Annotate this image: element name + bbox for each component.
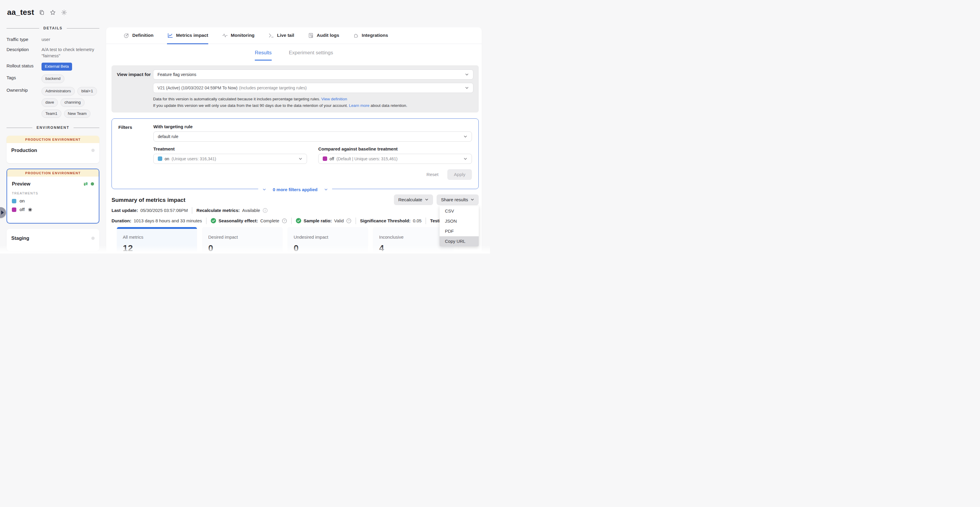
rollout-status-badge: External Beta bbox=[41, 63, 72, 71]
tab-definition[interactable]: Definition bbox=[123, 27, 153, 44]
chevron-down-icon bbox=[463, 134, 468, 139]
tab-integrations[interactable]: Integrations bbox=[353, 27, 388, 44]
subtab-experiment-settings[interactable]: Experiment settings bbox=[289, 50, 333, 61]
share-menu-item-pdf[interactable]: PDF bbox=[439, 226, 479, 236]
treatment-off-swatch bbox=[12, 207, 16, 212]
ownership-pill[interactable]: channing bbox=[60, 98, 84, 107]
sidebar-collapse-handle[interactable] bbox=[0, 207, 6, 218]
view-definition-link[interactable]: View definition bbox=[321, 97, 347, 101]
activity-icon bbox=[222, 32, 228, 38]
treatment-dropdown[interactable]: on (Unique users: 316,341) bbox=[153, 154, 307, 164]
production-environment-banner: PRODUCTION ENVIRONMENT bbox=[6, 136, 99, 143]
results-subtabs: Results Experiment settings bbox=[106, 50, 482, 61]
treatment-off-swatch bbox=[323, 156, 327, 161]
treatment-off-name: off bbox=[19, 207, 25, 212]
version-dropdown[interactable]: V21 (Active) (10/03/2022 04:59PM To Now)… bbox=[153, 83, 473, 93]
metric-card-label: Desired impact bbox=[208, 234, 277, 239]
version-type-dropdown[interactable]: Feature flag versions bbox=[153, 69, 473, 80]
chevron-down-icon bbox=[262, 188, 266, 191]
ownership-pill[interactable]: bilal+1 bbox=[77, 87, 97, 96]
svg-text:?: ? bbox=[283, 219, 285, 222]
status-dot bbox=[91, 237, 95, 240]
tab-live-tail[interactable]: Live tail bbox=[268, 27, 294, 44]
chevron-down-icon bbox=[465, 86, 469, 90]
learn-more-link[interactable]: Learn more bbox=[349, 103, 369, 108]
subtab-results[interactable]: Results bbox=[255, 50, 272, 61]
chevron-down-icon bbox=[471, 198, 474, 202]
tab-label: Monitoring bbox=[231, 33, 255, 38]
baseline-note: (Default | Unique users: 315,461) bbox=[336, 156, 398, 161]
treatment-value: on bbox=[165, 156, 169, 161]
tab-metrics-impact[interactable]: Metrics impact bbox=[167, 27, 208, 44]
description-value: A/A test to check telemetry "fairness" bbox=[41, 46, 99, 59]
copy-icon[interactable] bbox=[39, 10, 45, 16]
info-icon[interactable] bbox=[262, 208, 268, 213]
terminal-icon bbox=[268, 32, 274, 38]
ownership-pill[interactable]: New Team bbox=[64, 110, 91, 118]
ownership-pill[interactable]: dave bbox=[41, 98, 58, 107]
tag-pill[interactable]: backend bbox=[41, 75, 64, 83]
help-icon[interactable]: ? bbox=[282, 218, 287, 223]
traffic-type-label: Traffic type bbox=[6, 36, 41, 43]
share-menu-item-json[interactable]: JSON bbox=[439, 216, 479, 226]
tab-monitoring[interactable]: Monitoring bbox=[222, 27, 255, 44]
summary-section: Summary of metrics impact Recalculate Sh… bbox=[111, 197, 479, 254]
target-icon bbox=[123, 32, 130, 38]
sample-ratio-value: Valid bbox=[334, 218, 344, 223]
swap-arrows-icon: ⇄ bbox=[84, 181, 88, 187]
environment-card-staging[interactable]: Staging bbox=[6, 229, 99, 251]
metric-card-all-metrics[interactable]: All metrics 12 bbox=[117, 227, 197, 254]
share-menu-item-copy-url[interactable]: Copy URL bbox=[439, 236, 479, 246]
retention-note: If you update this version we will only … bbox=[153, 102, 473, 109]
significance-threshold-label: Significance Threshold: bbox=[360, 218, 410, 223]
treatment-on-name: on bbox=[19, 198, 25, 204]
baseline-treatment-dropdown[interactable]: off (Default | Unique users: 315,461) bbox=[318, 154, 472, 164]
seasonality-label: Seasonality effect: bbox=[219, 218, 258, 223]
metric-card-label: Undesired impact bbox=[294, 234, 362, 239]
treatments-label: TREATMENTS bbox=[12, 191, 94, 195]
last-update-value: 05/30/2025 03:57:06PM bbox=[140, 208, 188, 213]
last-update-label: Last update: bbox=[111, 208, 138, 213]
treatment-row-off: off bbox=[12, 207, 94, 212]
metric-card-undesired-impact[interactable]: Undesired impact 0 bbox=[288, 227, 368, 254]
ownership-pill[interactable]: Administrators bbox=[41, 87, 75, 96]
page-header: aa_test bbox=[7, 8, 67, 17]
metric-card-value: 0 bbox=[294, 243, 362, 253]
main-panel: Definition Metrics impact Monitoring Liv… bbox=[106, 27, 482, 254]
tags-row: Tags backend bbox=[6, 75, 99, 83]
svg-text:?: ? bbox=[348, 219, 349, 222]
metric-card-label: All metrics bbox=[123, 234, 191, 239]
traffic-type-value: user bbox=[41, 36, 99, 43]
ownership-row: Ownership Administrators bilal+1 dave ch… bbox=[6, 87, 99, 118]
seasonality-value: Complete bbox=[260, 218, 279, 223]
chevron-down-icon bbox=[465, 72, 469, 77]
chevron-down-icon bbox=[425, 198, 429, 202]
tab-label: Live tail bbox=[277, 33, 294, 38]
reset-button[interactable]: Reset bbox=[426, 172, 439, 177]
treatment-label: Treatment bbox=[153, 146, 307, 151]
chevron-down-icon bbox=[463, 157, 468, 161]
targeting-rule-dropdown[interactable]: default rule bbox=[153, 131, 472, 142]
environment-card-production[interactable]: PRODUCTION ENVIRONMENT Production bbox=[6, 136, 99, 163]
tab-audit-logs[interactable]: Audit logs bbox=[308, 27, 339, 44]
default-treatment-asterisk-icon bbox=[28, 207, 32, 212]
recalculate-metrics-label: Recalculate metrics: bbox=[196, 208, 240, 213]
recalculate-button[interactable]: Recalculate bbox=[394, 195, 433, 205]
share-menu-item-csv[interactable]: CSV bbox=[439, 206, 479, 216]
more-filters-toggle[interactable]: 0 more filters applied bbox=[258, 186, 332, 193]
sample-ratio-label: Sample ratio: bbox=[304, 218, 332, 223]
description-row: Description A/A test to check telemetry … bbox=[6, 46, 99, 59]
status-line-2: Duration: 1013 days 8 hours and 33 minut… bbox=[111, 218, 479, 224]
gear-icon[interactable] bbox=[61, 9, 67, 16]
share-results-button[interactable]: Share results bbox=[437, 195, 479, 205]
ownership-pill[interactable]: Team1 bbox=[41, 110, 61, 118]
environment-card-preview[interactable]: PRODUCTION ENVIRONMENT Preview ⇄ TREATME… bbox=[6, 169, 99, 223]
help-icon[interactable]: ? bbox=[346, 218, 352, 223]
apply-button[interactable]: Apply bbox=[447, 169, 472, 180]
star-icon[interactable] bbox=[49, 9, 56, 16]
baseline-value: off bbox=[329, 156, 334, 161]
metric-cards-row: All metrics 12 Desired impact 0 Undesire… bbox=[117, 227, 476, 254]
tab-label: Definition bbox=[132, 33, 153, 38]
ownership-label: Ownership bbox=[6, 87, 41, 118]
metric-card-desired-impact[interactable]: Desired impact 0 bbox=[202, 227, 282, 254]
